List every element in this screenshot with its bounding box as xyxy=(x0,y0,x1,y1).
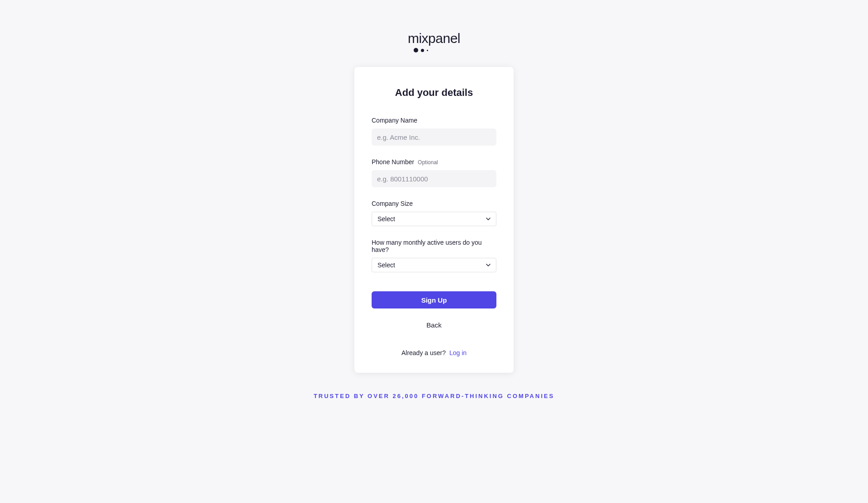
login-link[interactable]: Log in xyxy=(449,349,467,356)
phone-number-optional-text: Optional xyxy=(418,159,438,166)
login-prompt: Already a user? Log in xyxy=(372,349,496,356)
mau-label: How many monthly active users do you hav… xyxy=(372,239,496,253)
back-button[interactable]: Back xyxy=(372,321,496,329)
logo-dot-icon xyxy=(421,49,424,52)
login-prompt-text: Already a user? xyxy=(401,349,446,356)
phone-number-label: Phone Number Optional xyxy=(372,158,496,166)
company-name-label: Company Name xyxy=(372,117,496,124)
phone-number-input[interactable] xyxy=(372,170,496,187)
company-size-label: Company Size xyxy=(372,200,496,207)
signup-card: Add your details Company Name Phone Numb… xyxy=(354,67,514,373)
company-size-selected-value: Select xyxy=(377,215,395,223)
company-name-group: Company Name xyxy=(372,117,496,146)
phone-number-group: Phone Number Optional xyxy=(372,158,496,187)
phone-number-label-text: Phone Number xyxy=(372,158,414,166)
mau-group: How many monthly active users do you hav… xyxy=(372,239,496,272)
logo: mixpanel xyxy=(408,32,460,52)
mau-select[interactable]: Select xyxy=(372,258,496,272)
company-size-group: Company Size Select xyxy=(372,200,496,226)
mau-selected-value: Select xyxy=(377,261,395,269)
trusted-companies-text: TRUSTED BY OVER 26,000 FORWARD-THINKING … xyxy=(314,393,555,399)
logo-dots xyxy=(414,48,428,52)
logo-text: mixpanel xyxy=(408,32,460,45)
signup-button[interactable]: Sign Up xyxy=(372,291,496,308)
logo-dot-icon xyxy=(427,50,428,51)
company-name-input[interactable] xyxy=(372,128,496,146)
chevron-down-icon xyxy=(486,263,491,267)
card-title: Add your details xyxy=(372,87,496,99)
company-size-select[interactable]: Select xyxy=(372,212,496,226)
logo-dot-icon xyxy=(414,48,418,52)
chevron-down-icon xyxy=(486,217,491,221)
